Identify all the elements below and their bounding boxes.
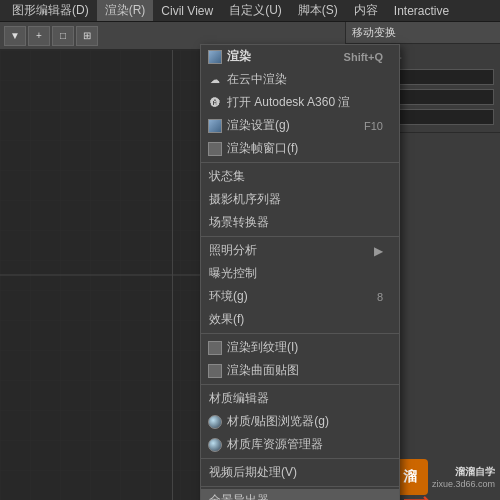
menu-item-exposure-control[interactable]: 曝光控制 [201,262,399,285]
separator-5 [201,458,399,459]
menubar-item-render[interactable]: 渲染(R) [97,0,154,21]
cloud-render-icon: ☁ [207,72,223,88]
render-icon [207,49,223,65]
menubar-item-civil-view[interactable]: Civil View [153,2,221,20]
menu-item-cloud-render[interactable]: ☁ 在云中渲染 [201,68,399,91]
menu-item-environment[interactable]: 环境(g) 8 [201,285,399,308]
menu-item-render-shortcut: Shift+Q [324,51,383,63]
material-explorer-icon [207,414,223,430]
separator-3 [201,333,399,334]
menubar-item-script[interactable]: 脚本(S) [290,0,346,21]
menu-item-state-set[interactable]: 状态集 [201,165,399,188]
menu-item-material-editor-label: 材质编辑器 [209,390,269,407]
toolbar-btn-4[interactable]: ⊞ [76,26,98,46]
menu-item-render-window[interactable]: 渲染帧窗口(f) [201,137,399,160]
menu-item-render-to-texture-label: 渲染到纹理(I) [227,339,298,356]
menubar-item-customize[interactable]: 自定义(U) [221,0,290,21]
menu-item-render-settings-shortcut: F10 [344,120,383,132]
menubar: 图形编辑器(D) 渲染(R) Civil View 自定义(U) 脚本(S) 内… [0,0,500,22]
menubar-item-graphics-editor[interactable]: 图形编辑器(D) [4,0,97,21]
right-panel-title: 移动变换 [352,25,396,40]
menu-item-cloud-render-label: 在云中渲染 [227,71,287,88]
menu-item-video-post[interactable]: 视频后期处理(V) [201,461,399,484]
watermark-logo-text: 溜 [403,468,417,486]
render-dropdown-menu: 渲染 Shift+Q ☁ 在云中渲染 🅐 打开 Autodesk A360 渲 … [200,44,400,500]
menu-item-scene-converter[interactable]: 场景转换器 [201,211,399,234]
menu-item-effects[interactable]: 效果(f) [201,308,399,331]
render-surface-icon [207,363,223,379]
toolbar-btn-3[interactable]: □ [52,26,74,46]
right-panel-header: 移动变换 [346,22,500,44]
menu-item-render-settings-label: 渲染设置(g) [227,117,290,134]
main-area: ▼ + □ ⊞ 移 [0,22,500,500]
render-window-icon [207,141,223,157]
menu-item-camera-sequencer[interactable]: 摄影机序列器 [201,188,399,211]
menu-item-state-set-label: 状态集 [209,168,245,185]
menu-item-render[interactable]: 渲染 Shift+Q [201,45,399,68]
separator-1 [201,162,399,163]
menubar-item-interactive[interactable]: Interactive [386,2,457,20]
menu-item-camera-sequencer-label: 摄影机序列器 [209,191,281,208]
watermark-brand: 溜溜自学 [432,465,495,479]
menu-item-autodesk-label: 打开 Autodesk A360 渲 [227,94,350,111]
menu-item-render-surface[interactable]: 渲染曲面贴图 [201,359,399,382]
render-settings-icon [207,118,223,134]
menu-item-material-editor[interactable]: 材质编辑器 [201,387,399,410]
menu-item-scene-converter-label: 场景转换器 [209,214,269,231]
menu-item-render-settings[interactable]: 渲染设置(g) F10 [201,114,399,137]
menu-item-environment-label: 环境(g) [209,288,248,305]
menu-item-effects-label: 效果(f) [209,311,244,328]
toolbar-btn-2[interactable]: + [28,26,50,46]
separator-2 [201,236,399,237]
menu-item-render-label: 渲染 [227,48,251,65]
menu-item-material-explorer[interactable]: 材质/贴图浏览器(g) [201,410,399,433]
menu-item-open-autodesk[interactable]: 🅐 打开 Autodesk A360 渲 [201,91,399,114]
menu-item-light-analysis-label: 照明分析 [209,242,257,259]
separator-6 [201,486,399,487]
menu-item-panorama-export-label: 全景导出器 [209,492,269,500]
menu-item-panorama-export[interactable]: 全景导出器 ⟶ [201,489,399,500]
menu-item-video-post-label: 视频后期处理(V) [209,464,297,481]
menu-item-render-window-label: 渲染帧窗口(f) [227,140,298,157]
red-arrow-indicator: ⟶ [403,490,429,501]
render-to-texture-icon [207,340,223,356]
menu-item-exposure-control-label: 曝光控制 [209,265,257,282]
menubar-item-content[interactable]: 内容 [346,0,386,21]
menu-item-material-explorer-label: 材质/贴图浏览器(g) [227,413,329,430]
separator-4 [201,384,399,385]
menu-item-material-manager[interactable]: 材质库资源管理器 [201,433,399,456]
toolbar-btn-1[interactable]: ▼ [4,26,26,46]
light-analysis-arrow: ▶ [374,244,383,258]
menu-item-light-analysis[interactable]: 照明分析 ▶ [201,239,399,262]
menu-item-render-surface-label: 渲染曲面贴图 [227,362,299,379]
material-manager-icon [207,437,223,453]
menu-item-environment-shortcut: 8 [357,291,383,303]
menu-item-material-manager-label: 材质库资源管理器 [227,436,323,453]
watermark-site: zixue.3d66.com [432,479,495,489]
menu-item-render-to-texture[interactable]: 渲染到纹理(I) [201,336,399,359]
autodesk-icon: 🅐 [207,95,223,111]
